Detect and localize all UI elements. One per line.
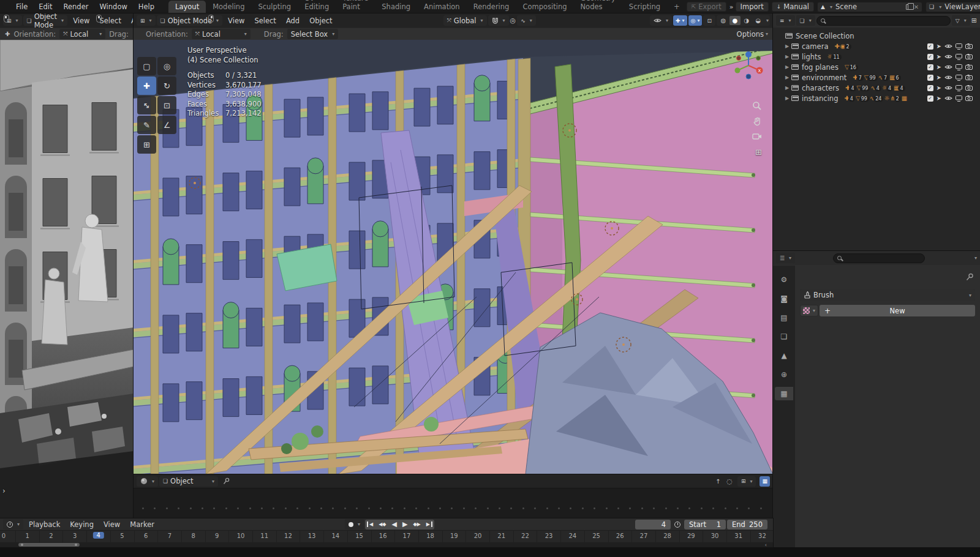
frame-number[interactable]: 28 <box>663 533 671 539</box>
frame-number[interactable]: 32 <box>758 533 766 539</box>
show-gizmo-toggle[interactable]: ✚ ▾ <box>673 15 687 26</box>
frame-number[interactable]: 23 <box>545 533 553 539</box>
scene-selector[interactable]: ▲ ▾ Scene ✕ <box>817 2 922 12</box>
outliner-root-row[interactable]: Scene Collection <box>777 31 980 41</box>
viewport-menu-item[interactable]: Add <box>282 17 304 25</box>
outliner-search-input[interactable] <box>816 16 951 26</box>
header-options-caret[interactable]: ▾ <box>974 255 977 261</box>
properties-tab[interactable]: ▲ <box>775 349 793 362</box>
jump-to-start-button[interactable]: ◀ <box>367 521 375 527</box>
timeline-menu-item[interactable]: Marker <box>126 520 159 529</box>
display-mode-dropdown[interactable]: ❏ ▾ <box>796 15 815 26</box>
frame-number[interactable]: 11 <box>260 533 268 539</box>
workspace-tab[interactable]: Texture Paint <box>336 0 375 13</box>
hide-eye-icon[interactable] <box>944 64 952 70</box>
frame-number[interactable]: 15 <box>355 533 363 539</box>
pin-icon[interactable] <box>966 273 974 281</box>
proportional-editing-icon[interactable]: ◎ <box>510 17 516 24</box>
manual-button[interactable]: ↓ Manual <box>772 2 814 12</box>
workspace-tab[interactable]: Animation <box>417 1 467 13</box>
main-viewport-canvas[interactable]: ▢ ◎ ✚ ↻ ↔ ⊡ <box>134 40 773 474</box>
show-overlays-toggle[interactable]: ◎ ▾ <box>688 15 703 26</box>
editor-type-button[interactable]: ☰ ▾ <box>776 253 795 263</box>
prev-keyframe-button[interactable]: ◀◆ <box>376 521 388 527</box>
hide-eye-icon[interactable] <box>944 85 952 91</box>
workspace-tab[interactable]: Geometry Nodes <box>574 0 622 13</box>
workspace-tab[interactable]: Compositing <box>516 1 573 13</box>
render-disable-icon[interactable] <box>965 64 973 70</box>
editor-type-button[interactable]: ▾ <box>137 476 158 487</box>
scroll-up-icon[interactable]: ↑ <box>715 478 720 485</box>
frame-number[interactable]: 3 <box>73 533 77 539</box>
new-texture-button[interactable]: + New <box>820 305 975 316</box>
secondary-viewport-canvas[interactable]: › <box>0 40 134 518</box>
rendered-shading-button[interactable]: ◒ <box>753 16 764 25</box>
workspace-tab[interactable]: Shading <box>375 1 417 13</box>
workspace-tab[interactable]: Sculpting <box>251 1 298 13</box>
workspace-tab[interactable]: UV Editing <box>298 0 336 13</box>
render-disable-icon[interactable] <box>965 54 973 59</box>
mode-selector[interactable]: ❏ Object Mode ▾ <box>23 15 68 26</box>
checkbox-icon[interactable]: ✓ <box>927 64 933 70</box>
frame-number[interactable]: 31 <box>734 533 742 539</box>
viewport-menu-item[interactable]: Select <box>250 17 280 25</box>
frame-number[interactable]: 10 <box>237 533 245 539</box>
collapse-arrow-icon[interactable]: ‹ <box>764 542 767 548</box>
menubar-item[interactable]: Window <box>94 2 132 11</box>
frame-number[interactable]: 22 <box>521 533 529 539</box>
frame-number[interactable]: 13 <box>308 533 316 539</box>
outliner-collection-row[interactable]: ▶ instancing ✚ 4 ▽ 99 <box>777 93 980 103</box>
workspace-tab[interactable]: + <box>667 1 687 13</box>
scrollbar-thumb[interactable] <box>18 543 80 547</box>
frame-number[interactable]: 26 <box>616 533 624 539</box>
frame-number[interactable]: 12 <box>284 533 292 539</box>
selectable-cursor-icon[interactable]: ➤ <box>937 84 941 91</box>
properties-search-input[interactable] <box>833 253 925 263</box>
current-frame-field[interactable]: 4 <box>635 520 671 529</box>
expand-arrow-icon[interactable]: ▶ <box>783 43 791 49</box>
hide-eye-icon[interactable] <box>944 75 952 80</box>
frame-number[interactable]: 0 <box>2 533 6 539</box>
frame-number[interactable]: 7 <box>168 533 172 539</box>
workspace-tab[interactable]: Rendering <box>467 1 516 13</box>
texture-type-dropdown[interactable]: ▾ <box>800 305 818 316</box>
pin-icon[interactable] <box>223 477 230 485</box>
properties-tab[interactable]: ⚙ <box>775 273 793 286</box>
frame-number[interactable]: 8 <box>191 533 195 539</box>
workspace-tab[interactable]: Modeling <box>206 1 251 13</box>
new-scene-icon[interactable] <box>906 4 911 10</box>
viewport-disable-icon[interactable] <box>956 54 962 60</box>
checkbox-icon[interactable]: ✓ <box>927 95 933 102</box>
viewport-disable-icon[interactable] <box>956 85 962 91</box>
selectable-cursor-icon[interactable]: ➤ <box>937 43 941 50</box>
selectable-cursor-icon[interactable]: ➤ <box>937 74 941 81</box>
play-reverse-button[interactable]: ◀ <box>390 520 399 528</box>
properties-tab[interactable]: ❏ <box>775 330 793 343</box>
import-button[interactable]: Import <box>736 2 769 12</box>
render-disable-icon[interactable] <box>965 95 973 101</box>
viewport-menu-item[interactable]: Add <box>127 17 134 25</box>
frame-number[interactable]: 19 <box>450 533 458 539</box>
frame-number[interactable]: 25 <box>592 533 600 539</box>
viewport-disable-icon[interactable] <box>956 64 962 70</box>
frame-number[interactable]: 14 <box>331 533 339 539</box>
timeline-ruler[interactable]: 0123456789101112131415161718192021222324… <box>0 531 773 542</box>
frame-number[interactable]: 18 <box>426 533 434 539</box>
render-disable-icon[interactable] <box>965 43 973 49</box>
next-keyframe-button[interactable]: ◆▶ <box>410 521 423 527</box>
frame-number[interactable]: 5 <box>120 533 124 539</box>
play-button[interactable]: ▶ <box>400 520 410 528</box>
orientation-dropdown[interactable]: ⤧ Local ▾ <box>59 29 105 39</box>
grid-add-dropdown[interactable]: ⊞ ▾ <box>737 476 756 487</box>
snapping-dropdown[interactable]: ▾ <box>488 15 509 26</box>
frame-number[interactable]: 21 <box>497 533 505 539</box>
falloff-dropdown[interactable]: ∿ ▾ <box>517 15 536 26</box>
frame-number[interactable]: 6 <box>144 533 148 539</box>
outliner-collection-row[interactable]: ▶ environment ✚ 7 ▽ 99 <box>777 72 980 83</box>
hide-eye-icon[interactable] <box>944 54 952 59</box>
viewlayer-selector[interactable]: ❏ ▾ ViewLayer ✕ <box>925 2 980 12</box>
options-dropdown[interactable]: Options ▾ <box>737 30 768 39</box>
current-frame-indicator[interactable]: 4 <box>93 532 104 539</box>
frame-number[interactable]: 9 <box>215 533 219 539</box>
timeline-menu-item[interactable]: Keying <box>66 520 98 529</box>
